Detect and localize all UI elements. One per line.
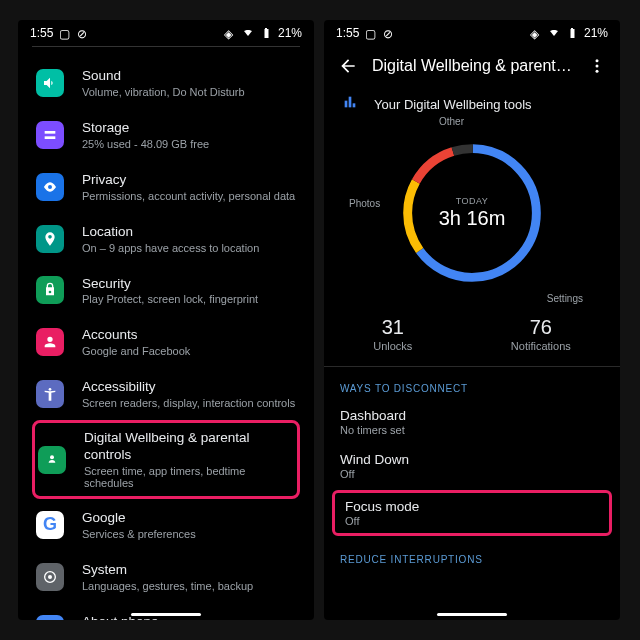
segment-label-settings: Settings [547, 293, 583, 304]
wifi-icon [548, 27, 560, 39]
svg-point-9 [596, 70, 599, 73]
dnd-icon: ⊘ [77, 27, 89, 39]
battery-icon [566, 27, 578, 39]
settings-item-sound[interactable]: SoundVolume, vibration, Do Not Disturb [32, 57, 300, 109]
settings-item-location[interactable]: LocationOn – 9 apps have access to locat… [32, 213, 300, 265]
settings-item-digital-wellbeing[interactable]: Digital Wellbeing & parental controlsScr… [32, 420, 300, 499]
wellbeing-screen: 1:55 ▢ ⊘ ◈ 21% Digital Wellbeing & paren… [324, 20, 620, 620]
settings-item-storage[interactable]: Storage25% used - 48.09 GB free [32, 109, 300, 161]
section-reduce: REDUCE INTERRUPTIONS [324, 538, 620, 571]
wifi-icon [242, 27, 254, 39]
settings-list[interactable]: SoundVolume, vibration, Do Not Disturb S… [18, 57, 314, 620]
stats-row: 31 Unlocks 76 Notifications [324, 316, 620, 367]
status-time: 1:55 [336, 26, 359, 40]
segment-label-photos: Photos [349, 198, 380, 209]
about-icon [36, 615, 64, 620]
battery-pct: 21% [584, 26, 608, 40]
svg-point-3 [50, 455, 54, 459]
row-dashboard[interactable]: Dashboard No timers set [340, 400, 604, 444]
eye-icon: ◈ [530, 27, 542, 39]
segment-label-other: Other [439, 116, 464, 127]
accessibility-icon [36, 380, 64, 408]
settings-item-security[interactable]: SecurityPlay Protect, screen lock, finge… [32, 265, 300, 317]
system-icon [36, 563, 64, 591]
svg-point-7 [596, 59, 599, 62]
security-icon [36, 276, 64, 304]
screenshot-icon: ▢ [365, 27, 377, 39]
svg-rect-10 [345, 101, 348, 108]
back-icon[interactable] [338, 56, 358, 76]
status-time: 1:55 [30, 26, 53, 40]
settings-item-accounts[interactable]: AccountsGoogle and Facebook [32, 316, 300, 368]
settings-item-system[interactable]: SystemLanguages, gestures, time, backup [32, 551, 300, 603]
svg-rect-1 [45, 136, 56, 139]
row-focus-mode[interactable]: Focus mode Off [332, 490, 612, 536]
settings-item-privacy[interactable]: PrivacyPermissions, account activity, pe… [32, 161, 300, 213]
settings-item-accessibility[interactable]: AccessibilityScreen readers, display, in… [32, 368, 300, 420]
settings-item-about[interactable]: About phonePixel 3 XL [32, 603, 300, 620]
location-icon [36, 225, 64, 253]
svg-point-8 [596, 65, 599, 68]
title-bar: Digital Wellbeing & parental c... [324, 46, 620, 82]
google-icon: G [36, 511, 64, 539]
row-wind-down[interactable]: Wind Down Off [340, 444, 604, 488]
settings-item-google[interactable]: G GoogleServices & preferences [32, 499, 300, 551]
page-title: Digital Wellbeing & parental c... [372, 57, 574, 75]
today-value: 3h 16m [439, 207, 506, 230]
nav-indicator[interactable] [131, 613, 201, 616]
stat-unlocks[interactable]: 31 Unlocks [373, 316, 412, 352]
battery-pct: 21% [278, 26, 302, 40]
status-bar: 1:55 ▢ ⊘ ◈ 21% [324, 20, 620, 46]
today-label: TODAY [439, 196, 506, 206]
accounts-icon [36, 328, 64, 356]
privacy-icon [36, 173, 64, 201]
svg-rect-0 [45, 131, 56, 134]
eye-icon: ◈ [224, 27, 236, 39]
sound-icon [36, 69, 64, 97]
screenshot-icon: ▢ [59, 27, 71, 39]
section-disconnect: WAYS TO DISCONNECT [324, 367, 620, 400]
nav-indicator[interactable] [437, 613, 507, 616]
wellbeing-icon [38, 446, 66, 474]
tools-heading: Your Digital Wellbeing tools [374, 97, 532, 112]
usage-donut[interactable]: TODAY 3h 16m Other Photos Settings [387, 128, 557, 298]
stat-notifications[interactable]: 76 Notifications [511, 316, 571, 352]
svg-point-2 [49, 388, 52, 391]
battery-icon [260, 27, 272, 39]
dnd-icon: ⊘ [383, 27, 395, 39]
bar-chart-icon [342, 94, 358, 114]
storage-icon [36, 121, 64, 149]
more-icon[interactable] [588, 57, 606, 75]
svg-rect-11 [349, 97, 352, 108]
svg-point-5 [48, 575, 52, 579]
status-bar: 1:55 ▢ ⊘ ◈ 21% [18, 20, 314, 46]
svg-rect-12 [353, 103, 356, 107]
settings-screen: 1:55 ▢ ⊘ ◈ 21% SoundVolume, vibration, D… [18, 20, 314, 620]
